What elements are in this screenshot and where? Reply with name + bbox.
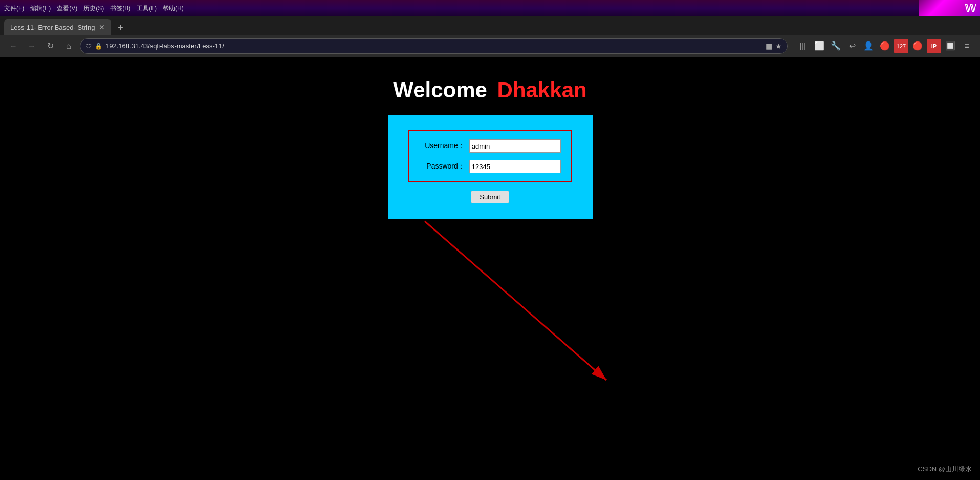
forward-icon: → bbox=[28, 41, 36, 51]
tab-label: Less-11- Error Based- String bbox=[10, 24, 95, 31]
address-bar-text[interactable]: 192.168.31.43/sqli-labs-master/Less-11/ bbox=[105, 42, 763, 50]
browser-logo-icon: 𝕎 bbox=[965, 2, 976, 14]
reload-button[interactable]: ↻ bbox=[43, 39, 57, 53]
username-input[interactable] bbox=[469, 139, 561, 153]
active-tab[interactable]: Less-11- Error Based- String ✕ bbox=[4, 19, 111, 35]
tab-close-button[interactable]: ✕ bbox=[99, 23, 105, 31]
nav-bar: ← → ↻ ⌂ 🛡 🔒 192.168.31.43/sqli-labs-mast… bbox=[0, 35, 980, 57]
menu-bookmarks[interactable]: 书签(B) bbox=[110, 4, 130, 13]
address-bar[interactable]: 🛡 🔒 192.168.31.43/sqli-labs-master/Less-… bbox=[80, 38, 788, 54]
profile-icon[interactable]: 👤 bbox=[861, 39, 876, 53]
browser-chrome: 文件(F) 编辑(E) 查看(V) 历史(S) 书签(B) 工具(L) 帮助(H… bbox=[0, 0, 980, 57]
badge-127: 127 bbox=[894, 39, 908, 53]
welcome-text: Welcome bbox=[393, 78, 487, 102]
menu-icon[interactable]: ≡ bbox=[960, 39, 974, 53]
page-content: Welcome Dhakkan Username： Password： Subm… bbox=[0, 57, 980, 480]
extensions-icon[interactable]: 🔴 bbox=[878, 39, 892, 53]
menu-file[interactable]: 文件(F) bbox=[4, 4, 24, 13]
menu-edit[interactable]: 编辑(E) bbox=[30, 4, 51, 13]
undo-icon[interactable]: ↩ bbox=[845, 39, 859, 53]
menu-tools[interactable]: 工具(L) bbox=[137, 4, 157, 13]
username-label: Username： bbox=[420, 141, 465, 151]
password-row: Password： bbox=[420, 160, 561, 173]
reload-icon: ↻ bbox=[47, 41, 54, 51]
title-bar-menu: 文件(F) 编辑(E) 查看(V) 历史(S) 书签(B) 工具(L) 帮助(H… bbox=[4, 4, 184, 13]
menu-view[interactable]: 查看(V) bbox=[57, 4, 77, 13]
menu-history[interactable]: 历史(S) bbox=[83, 4, 104, 13]
menu-help[interactable]: 帮助(H) bbox=[163, 4, 184, 13]
reader-mode-icon[interactable]: ⬜ bbox=[812, 39, 826, 53]
password-input[interactable] bbox=[469, 160, 561, 173]
ip-label: IP bbox=[927, 39, 941, 53]
dhakkan-text: Dhakkan bbox=[497, 78, 587, 102]
submit-button[interactable]: Submit bbox=[471, 191, 509, 203]
nav-right-icons: ||| ⬜ 🔧 ↩ 👤 🔴 127 🔴 IP 🔲 ≡ bbox=[796, 39, 974, 53]
home-button[interactable]: ⌂ bbox=[61, 39, 76, 53]
welcome-heading: Welcome Dhakkan bbox=[393, 78, 586, 102]
shield-icon: 🛡 bbox=[85, 43, 92, 50]
settings-icon[interactable]: 🔧 bbox=[829, 39, 843, 53]
tab-bar: Less-11- Error Based- String ✕ + bbox=[0, 16, 980, 35]
submit-area: Submit bbox=[408, 191, 572, 203]
sidebar-icon[interactable]: ||| bbox=[796, 39, 810, 53]
arrow-annotation bbox=[0, 211, 980, 416]
back-button[interactable]: ← bbox=[6, 39, 20, 53]
login-form-container: Username： Password： Submit bbox=[388, 115, 593, 219]
forward-button[interactable]: → bbox=[25, 39, 39, 53]
password-label: Password： bbox=[420, 162, 465, 171]
lock-icon: 🔒 bbox=[95, 43, 102, 50]
browser-logo-area: 𝕎 bbox=[919, 0, 980, 16]
svg-line-1 bbox=[425, 221, 606, 380]
watermark: CSDN @山川绿水 bbox=[918, 465, 972, 474]
username-row: Username： bbox=[420, 139, 561, 153]
bookmark-star-icon[interactable]: ★ bbox=[775, 42, 782, 50]
back-icon: ← bbox=[9, 41, 17, 51]
arrow-svg bbox=[0, 211, 980, 416]
pdf-icon[interactable]: 🔲 bbox=[943, 39, 957, 53]
new-tab-button[interactable]: + bbox=[113, 20, 127, 35]
flag-icon[interactable]: 🔴 bbox=[910, 39, 925, 53]
qr-icon: ▦ bbox=[766, 42, 772, 50]
title-bar: 文件(F) 编辑(E) 查看(V) 历史(S) 书签(B) 工具(L) 帮助(H… bbox=[0, 0, 980, 16]
home-icon: ⌂ bbox=[66, 41, 71, 51]
form-inner-border: Username： Password： bbox=[408, 130, 572, 182]
